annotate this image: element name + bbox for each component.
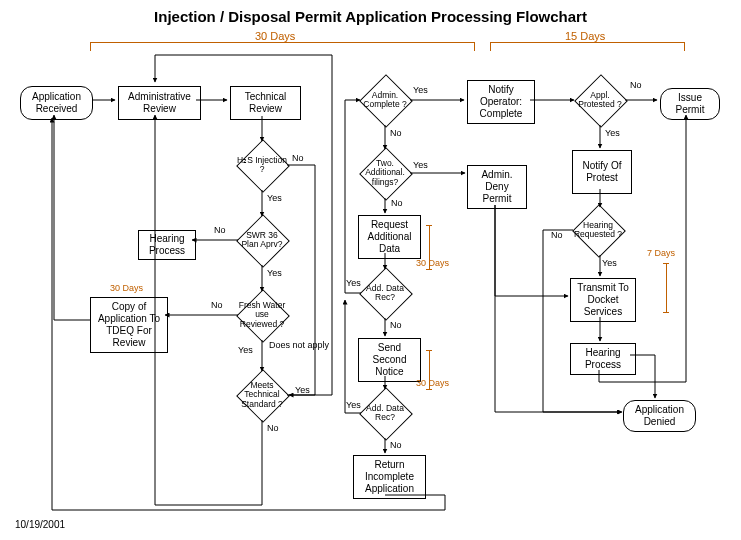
7days-label: 7 Days — [647, 248, 675, 258]
send-30-label: 30 Days — [416, 378, 449, 388]
date: 10/19/2001 — [15, 519, 65, 530]
span-30days — [90, 42, 475, 44]
notify-op-complete: Notify Operator: Complete — [467, 80, 535, 124]
appl-protested: Appl. Protested ? — [575, 75, 625, 125]
lbl-no-hr: No — [551, 230, 563, 240]
issue-permit: Issue Permit — [660, 88, 720, 120]
transmit-docket: Transmit To Docket Services — [570, 278, 636, 322]
lbl-no-h2s: No — [292, 153, 304, 163]
lbl-yes-hr: Yes — [602, 258, 617, 268]
hearing-requested: Hearing Requested ? — [573, 205, 623, 255]
lbl-no-3: No — [390, 320, 402, 330]
notify-protest: Notify Of Protest — [572, 150, 632, 194]
request-add-data: Request Additional Data — [358, 215, 421, 259]
lbl-yes-4: Yes — [346, 400, 361, 410]
lbl-no-4: No — [390, 440, 402, 450]
lbl-no-fw: No — [211, 300, 223, 310]
admin-deny-permit: Admin. Deny Permit — [467, 165, 527, 209]
admin-review: Administrative Review — [118, 86, 201, 120]
7days-mark — [665, 263, 667, 313]
send-second-notice: Send Second Notice — [358, 338, 421, 382]
h2s-decision: H₂S Injection ? — [237, 140, 287, 190]
req-30-label: 30 Days — [416, 258, 449, 268]
lbl-no-1: No — [390, 128, 402, 138]
copy-30days: 30 Days — [110, 283, 143, 293]
fresh-water-decision: Fresh Water use Reviewed ? — [237, 290, 287, 340]
admin-complete-decision: Admin. Complete ? — [360, 75, 410, 125]
lbl-no-swr: No — [214, 225, 226, 235]
lbl-yes-fw: Yes — [238, 345, 253, 355]
lbl-no-prot: No — [630, 80, 642, 90]
add-data-1: Add. Data Rec? — [360, 268, 410, 318]
lbl-no-meets: No — [267, 423, 279, 433]
two-addl-decision: Two. Additional. filings? — [360, 148, 410, 198]
application-denied: Application Denied — [623, 400, 696, 432]
lbl-yes-3: Yes — [346, 278, 361, 288]
hearing-process-1: Hearing Process — [138, 230, 196, 260]
app-received: Application Received — [20, 86, 93, 120]
lbl-yes-prot: Yes — [605, 128, 620, 138]
copy-tdeq: Copy of Application To TDEQ For Review — [90, 297, 168, 353]
lbl-dna: Does not apply — [269, 340, 329, 350]
lbl-yes-2: Yes — [413, 160, 428, 170]
span-15days — [490, 42, 685, 44]
lbl-yes-1: Yes — [413, 85, 428, 95]
return-incomplete: Return Incomplete Application — [353, 455, 426, 499]
tech-review: Technical Review — [230, 86, 301, 120]
lbl-no-2: No — [391, 198, 403, 208]
meets-std-decision: Meets Technical Standard ? — [237, 370, 287, 420]
page-title: Injection / Disposal Permit Application … — [0, 8, 741, 25]
swr-decision: SWR 36 Plan Aprv? — [237, 215, 287, 265]
add-data-2: Add. Data Rec? — [360, 388, 410, 438]
lbl-yes-h2s: Yes — [267, 193, 282, 203]
lbl-yes-swr: Yes — [267, 268, 282, 278]
span-15-label: 15 Days — [565, 30, 605, 42]
hearing-process-2: Hearing Process — [570, 343, 636, 375]
lbl-yes-meets: Yes — [295, 385, 310, 395]
span-30-label: 30 Days — [255, 30, 295, 42]
